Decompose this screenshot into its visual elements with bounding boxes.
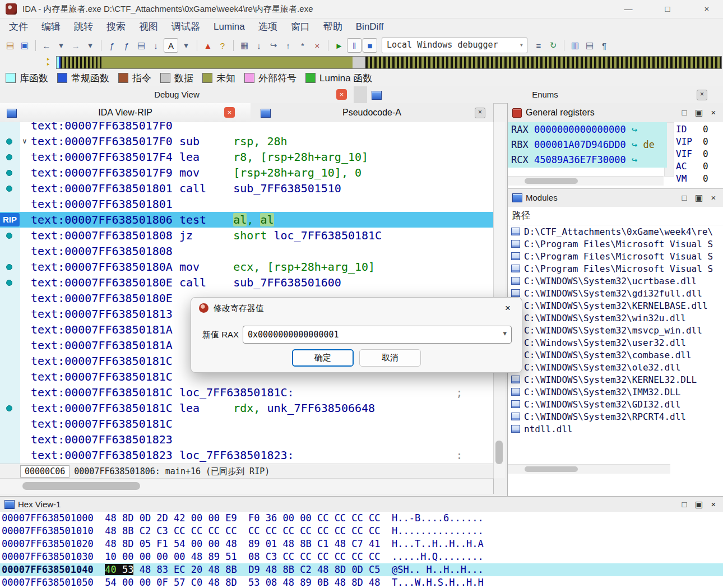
disasm-line[interactable]: text:00007FF63850181C loc_7FF63850181C: …: [0, 385, 493, 400]
ascii-button[interactable]: A: [164, 38, 178, 53]
step-over-icon[interactable]: ↪: [267, 39, 280, 52]
breakpoint-dot[interactable]: [6, 154, 12, 160]
disasm-line[interactable]: text:00007FF63850180E call sub_7FF638501…: [0, 275, 493, 290]
menu-item[interactable]: 窗口: [284, 18, 317, 36]
maximize-button[interactable]: □: [655, 0, 680, 18]
start-process-icon[interactable]: ►: [332, 39, 346, 52]
module-row[interactable]: C:\WINDOWS\System32\KERNEL32.DLL: [508, 373, 723, 386]
disasm-line[interactable]: text:00007FF63850181C lea rdx, unk_7FF63…: [0, 400, 493, 416]
minimize-button[interactable]: —: [615, 0, 641, 18]
close-ida-view-icon[interactable]: ×: [224, 107, 235, 118]
registers-hscroll-thumb[interactable]: [525, 178, 578, 184]
desktops-icon[interactable]: ▤: [583, 39, 596, 52]
registers-maximize-icon[interactable]: □: [677, 103, 692, 122]
open-file-icon[interactable]: ▤: [3, 39, 17, 52]
hex-row[interactable]: 00007FF638501000 48 8D 0D 2D 42 00 00 E9…: [0, 512, 723, 525]
tab-enums[interactable]: Enums ×: [367, 86, 723, 104]
collapse-chevron-icon[interactable]: ∨: [22, 133, 27, 149]
menu-item[interactable]: Lumina: [207, 18, 252, 36]
menu-item[interactable]: 选项: [252, 18, 284, 36]
next-function-icon[interactable]: ƒ: [120, 39, 133, 52]
hex-view-header[interactable]: Hex View-1 □ ▣ ×: [0, 496, 723, 513]
close-enums-icon[interactable]: ×: [697, 90, 707, 100]
disasm-line[interactable]: text:00007FF638501801: [0, 196, 493, 212]
registers-hscrollbar[interactable]: [508, 176, 664, 186]
disasm-line[interactable]: text:00007FF638501801 call sub_7FF638501…: [0, 180, 493, 196]
prev-function-icon[interactable]: ƒ: [105, 39, 119, 52]
register-row[interactable]: RAX 0000000000000000 ↪: [508, 122, 667, 137]
pause-process-icon[interactable]: ‖: [347, 38, 362, 53]
module-row[interactable]: C:\WINDOWS\System32\msvcp_win.dll: [508, 324, 723, 336]
module-row[interactable]: C:\Windows\System32\user32.dll: [508, 336, 723, 349]
module-row[interactable]: C:\WINDOWS\System32\win32u.dll: [508, 312, 723, 324]
hex-maximize-icon[interactable]: □: [677, 497, 692, 512]
disasm-line[interactable]: text:00007FF638501808: [0, 243, 493, 259]
modules-panel[interactable]: 路径 D:\CTF_Attachments\0xGame\week4\re\C:…: [507, 207, 723, 496]
nav-forward-dropdown-icon[interactable]: ▾: [84, 39, 97, 52]
register-row[interactable]: RBX 000001A07D946DD0 ↪ de: [508, 137, 667, 152]
debug-windows-icon[interactable]: ▦: [238, 39, 251, 52]
band-marker-icon[interactable]: ▸▸: [47, 57, 50, 67]
module-row[interactable]: ntdll.dll: [508, 423, 723, 435]
general-registers-panel[interactable]: ID0VIP0VIF0AC0VM0 RAX 0000000000000000 ↪…: [507, 122, 723, 188]
hex-close-icon[interactable]: ×: [706, 497, 721, 512]
disasm-line[interactable]: text:00007FF638501823: [0, 432, 493, 447]
breakpoint-dot[interactable]: [6, 280, 12, 286]
modules-maximize-icon[interactable]: □: [677, 189, 692, 207]
menu-item[interactable]: BinDiff: [349, 18, 391, 36]
menu-item[interactable]: 调试器: [165, 18, 207, 36]
close-button[interactable]: ×: [694, 0, 720, 18]
register-value-input[interactable]: [243, 326, 511, 343]
stop-process-icon[interactable]: ■: [363, 38, 377, 53]
flag-row[interactable]: VIP0: [676, 136, 708, 148]
menu-item[interactable]: 跳转: [67, 18, 100, 36]
nav-forward-icon[interactable]: →: [69, 39, 82, 52]
module-row[interactable]: C:\WINDOWS\System32\ole32.dll: [508, 361, 723, 373]
breakpoint-dot[interactable]: [6, 170, 12, 176]
breakpoint-dot[interactable]: [6, 233, 12, 239]
hex-float-icon[interactable]: ▣: [692, 497, 706, 512]
ok-button[interactable]: 确定: [292, 349, 354, 367]
edit-breakpoint-icon[interactable]: *: [296, 39, 309, 52]
disasm-line[interactable]: ∨text:00007FF6385017F0 sub rsp, 28h: [0, 133, 493, 149]
chevron-down-icon[interactable]: ▾: [503, 329, 507, 337]
disasm-line[interactable]: RIPtext:00007FF638501806 test al, al: [0, 212, 493, 228]
ascii-dropdown-icon[interactable]: ▾: [179, 39, 193, 52]
save-icon[interactable]: ▣: [18, 39, 31, 52]
modules-float-icon[interactable]: ▣: [692, 189, 706, 207]
menu-item[interactable]: 文件: [2, 18, 35, 36]
disasm-line[interactable]: text:00007FF63850180A mov ecx, [rsp+28h+…: [0, 259, 493, 275]
registers-panel-header[interactable]: General registers □ ▣ ×: [507, 103, 723, 123]
breakpoint-dot[interactable]: [6, 264, 12, 270]
subviews-icon[interactable]: ▥: [568, 39, 582, 52]
functions-list-icon[interactable]: ▤: [135, 39, 148, 52]
nav-back-icon[interactable]: ←: [40, 39, 53, 52]
close-debug-view-icon[interactable]: ×: [336, 89, 347, 100]
hex-row[interactable]: 00007FF638501050 54 00 00 0F 57 C0 48 8D…: [0, 576, 723, 588]
jump-arrow-icon[interactable]: ↪: [626, 124, 637, 135]
register-value[interactable]: 0000000000000000: [534, 124, 626, 135]
debugger-setup-icon[interactable]: ≡: [532, 39, 545, 52]
jump-down-icon[interactable]: ↓: [149, 39, 163, 52]
debugger-selector[interactable]: Local Windows debugger▾: [382, 38, 527, 53]
close-pseudocode-icon[interactable]: ×: [475, 108, 485, 118]
module-row[interactable]: C:\WINDOWS\System32\IMM32.DLL: [508, 386, 723, 398]
flag-row[interactable]: AC0: [676, 160, 708, 173]
module-row[interactable]: C:\WINDOWS\System32\ucrtbase.dll: [508, 275, 723, 287]
tab-pseudocode-a[interactable]: Pseudocode-A ×: [251, 103, 494, 123]
disasm-line[interactable]: text:00007FF6385017F9 mov [rsp+28h+arg_1…: [0, 165, 493, 180]
hscrollbar-thumb[interactable]: [22, 482, 140, 490]
scripts-icon[interactable]: ¶: [597, 39, 611, 52]
breakpoint-dot[interactable]: [6, 405, 12, 411]
hex-dump[interactable]: 00007FF638501000 48 8D 0D 2D 42 00 00 E9…: [0, 512, 723, 588]
vscrollbar-thumb[interactable]: [495, 441, 503, 464]
disasm-line[interactable]: text:00007FF6385017F4 lea r8, [rsp+28h+a…: [0, 149, 493, 165]
breakpoint-dot[interactable]: [6, 138, 12, 145]
module-row[interactable]: C:\WINDOWS\System32\combase.dll: [508, 349, 723, 361]
disasm-line[interactable]: text:00007FF6385017F0: [0, 122, 493, 133]
module-row[interactable]: C:\Program Files\Microsoft Visual S: [508, 250, 723, 262]
menu-item[interactable]: 视图: [132, 18, 165, 36]
run-until-return-icon[interactable]: ↑: [281, 39, 295, 52]
register-value[interactable]: 000001A07D946DD0: [534, 139, 626, 150]
menu-item[interactable]: 帮助: [317, 18, 349, 36]
